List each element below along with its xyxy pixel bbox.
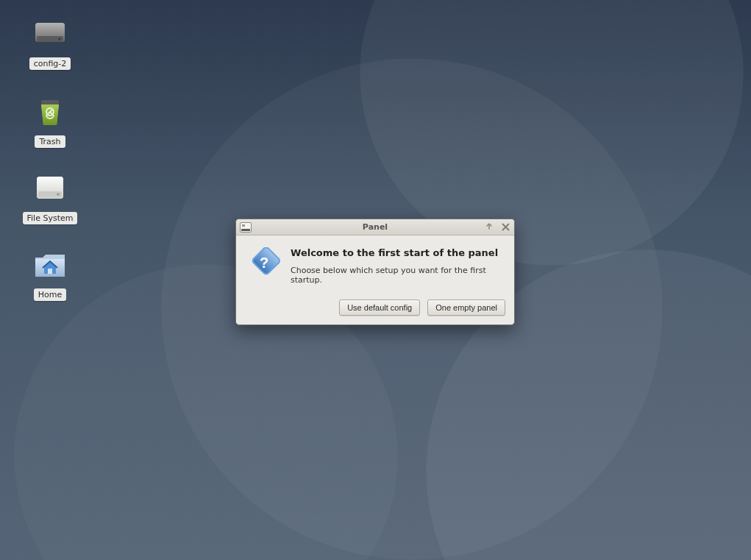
svg-rect-9 (48, 269, 52, 274)
desktop-icon-config2[interactable]: config-2 (13, 16, 87, 70)
desktop-icon-home[interactable]: Home (13, 247, 87, 301)
panel-dialog: Panel ? (235, 219, 515, 325)
svg-point-3 (58, 38, 60, 40)
svg-rect-11 (241, 229, 250, 231)
svg-point-8 (57, 193, 59, 195)
desktop-icon-label: File System (23, 212, 78, 224)
drive-icon (32, 171, 68, 206)
svg-text:?: ? (260, 255, 268, 271)
question-icon: ? (248, 247, 280, 285)
use-default-config-button[interactable]: Use default config (339, 300, 420, 316)
dialog-titlebar[interactable]: Panel (236, 219, 514, 235)
desktop-icon-label: config-2 (29, 57, 71, 70)
dialog-title: Panel (363, 222, 388, 232)
desktop-icon-label: Home (34, 288, 66, 301)
close-button[interactable] (499, 221, 511, 233)
desktop-icon-label: Trash (35, 135, 65, 148)
desktop-icon-filesystem[interactable]: File System (13, 171, 87, 224)
desktop-icon-trash[interactable]: Trash (13, 94, 87, 148)
trash-icon (32, 94, 68, 130)
dialog-message: Choose below which setup you want for th… (291, 266, 502, 285)
dialog-heading: Welcome to the first start of the panel (291, 247, 502, 258)
drive-icon (32, 16, 68, 52)
home-folder-icon (32, 247, 68, 283)
svg-rect-12 (242, 224, 245, 227)
desktop: config-2 Trash (0, 0, 751, 560)
minimize-button[interactable] (483, 221, 495, 233)
one-empty-panel-button[interactable]: One empty panel (427, 300, 505, 316)
svg-rect-4 (41, 100, 59, 104)
panel-app-icon (240, 221, 252, 233)
